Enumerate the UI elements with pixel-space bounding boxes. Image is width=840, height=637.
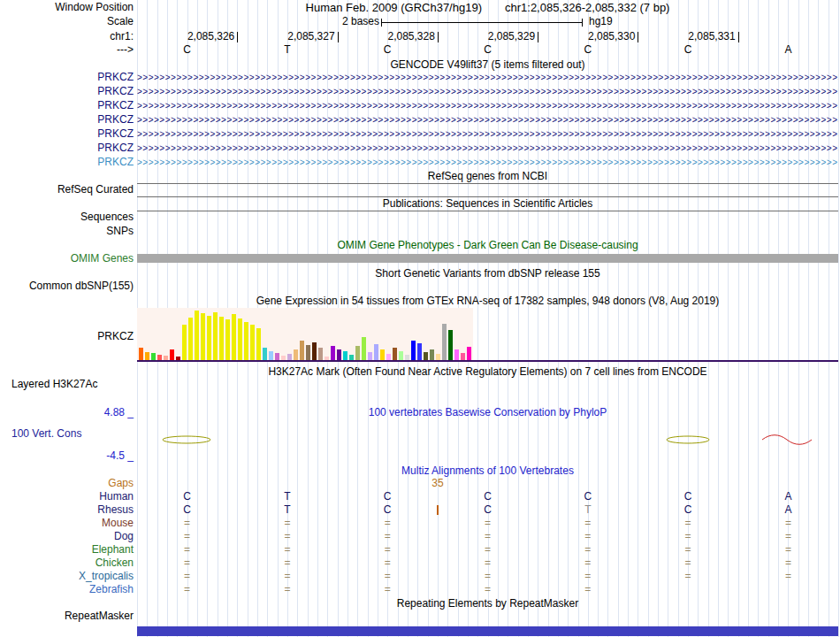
gtex-expression-bar[interactable] — [312, 342, 317, 360]
gtex-expression-bar[interactable] — [355, 346, 360, 360]
dbsnp-heading[interactable]: Short Genetic Variants from dbSNP releas… — [137, 268, 838, 280]
gene-label-prkcz[interactable]: PRKCZ — [0, 142, 134, 154]
gtex-expression-bar[interactable] — [442, 324, 447, 360]
gtex-expression-bar[interactable] — [343, 351, 347, 360]
gene-label-prkcz[interactable]: PRKCZ — [0, 100, 134, 111]
gene-label-prkcz[interactable]: PRKCZ — [0, 72, 134, 83]
multiz-heading[interactable]: Multiz Alignments of 100 Vertebrates — [137, 465, 838, 477]
gtex-expression-bar[interactable] — [201, 313, 205, 360]
species-label-chicken[interactable]: Chicken — [0, 557, 134, 569]
conservation-track-label[interactable]: 100 Vert. Cons — [11, 428, 81, 440]
gtex-expression-bar[interactable] — [195, 311, 199, 360]
alignment-gap-glyph: = — [777, 518, 798, 529]
gene-transcript-arrows[interactable]: >>>>>>>>>>>>>>>>>>>>>>>>>>>>>>>>>>>>>>>>… — [137, 73, 838, 82]
gtex-expression-bar[interactable] — [436, 354, 440, 360]
gene-label-prkcz[interactable]: PRKCZ — [0, 157, 134, 168]
gtex-expression-bar[interactable] — [399, 351, 403, 360]
gtex-expression-bar[interactable] — [225, 319, 230, 360]
repeatmasker-label[interactable]: RepeatMasker — [0, 610, 134, 622]
gtex-expression-bar[interactable] — [362, 337, 366, 360]
alignment-base: C — [177, 504, 198, 516]
gtex-expression-bar[interactable] — [269, 351, 273, 360]
alignment-gap-glyph: = — [477, 544, 499, 556]
gtex-expression-bar[interactable] — [145, 352, 149, 360]
gtex-expression-bar[interactable] — [454, 349, 459, 360]
gene-label-prkcz[interactable]: PRKCZ — [0, 128, 134, 140]
gtex-expression-bar[interactable] — [386, 354, 391, 360]
omim-gene-bar[interactable] — [137, 254, 838, 263]
species-label-zebrafish[interactable]: Zebrafish — [0, 584, 134, 595]
gtex-expression-bar[interactable] — [219, 317, 224, 360]
alignment-gap-glyph: = — [377, 557, 398, 569]
h3k27ac-label[interactable]: Layered H3K27Ac — [11, 379, 97, 390]
gtex-expression-bar[interactable] — [331, 346, 335, 360]
conservation-heading[interactable]: 100 vertebrates Basewise Conservation by… — [137, 407, 838, 418]
repeat-element-bar[interactable] — [137, 626, 838, 636]
h3k27ac-heading[interactable]: H3K27Ac Mark (Often Found Near Active Re… — [137, 366, 838, 378]
species-label-x_tropicalis[interactable]: X_tropicalis — [0, 571, 134, 582]
gtex-expression-bar[interactable] — [250, 325, 255, 360]
gene-label-prkcz[interactable]: PRKCZ — [0, 86, 134, 97]
species-label-dog[interactable]: Dog — [0, 531, 134, 542]
gtex-expression-bar[interactable] — [263, 348, 267, 360]
gtex-expression-bar[interactable] — [188, 318, 193, 360]
gtex-expression-bar[interactable] — [151, 353, 156, 360]
gtex-expression-bar[interactable] — [424, 352, 428, 360]
gtex-expression-bar[interactable] — [467, 347, 471, 360]
refseq-curated-label[interactable]: RefSeq Curated — [0, 184, 134, 196]
gene-transcript-arrows[interactable]: >>>>>>>>>>>>>>>>>>>>>>>>>>>>>>>>>>>>>>>>… — [137, 102, 838, 111]
gtex-expression-bar[interactable] — [244, 322, 248, 360]
gtex-heading[interactable]: Gene Expression in 54 tissues from GTEx … — [137, 295, 838, 307]
gtex-expression-bar[interactable] — [170, 349, 174, 360]
publications-heading[interactable]: Publications: Sequences in Scientific Ar… — [137, 198, 838, 210]
sequences-label[interactable]: Sequences — [0, 211, 134, 223]
dbsnp-label[interactable]: Common dbSNP(155) — [0, 280, 134, 292]
gtex-expression-bar[interactable] — [300, 341, 304, 360]
gtex-expression-bar[interactable] — [275, 353, 279, 360]
alignment-gaps-label[interactable]: Gaps — [0, 478, 134, 489]
gene-transcript-arrows[interactable]: >>>>>>>>>>>>>>>>>>>>>>>>>>>>>>>>>>>>>>>>… — [137, 144, 838, 153]
species-label-mouse[interactable]: Mouse — [0, 518, 134, 529]
gene-label-prkcz[interactable]: PRKCZ — [0, 114, 134, 126]
gtex-expression-bar[interactable] — [337, 349, 341, 360]
gtex-expression-bar[interactable] — [393, 348, 397, 360]
gtex-expression-bar[interactable] — [207, 316, 211, 360]
species-label-elephant[interactable]: Elephant — [0, 544, 134, 556]
alignment-gap-glyph: = — [377, 544, 398, 556]
conservation-min-label: -4.5 _ — [0, 450, 134, 462]
gencode-heading[interactable]: GENCODE V49lift37 (5 items filtered out) — [137, 59, 838, 71]
gtex-expression-bar[interactable] — [430, 349, 434, 360]
gene-transcript-arrows[interactable]: >>>>>>>>>>>>>>>>>>>>>>>>>>>>>>>>>>>>>>>>… — [137, 130, 838, 139]
gtex-expression-bar[interactable] — [380, 349, 385, 360]
repeat-heading[interactable]: Repeating Elements by RepeatMasker — [137, 598, 838, 610]
gtex-expression-bar[interactable] — [238, 318, 242, 360]
conservation-wiggle[interactable] — [137, 432, 838, 448]
refseq-heading[interactable]: RefSeq genes from NCBI — [137, 171, 838, 182]
gtex-expression-bar[interactable] — [139, 348, 143, 360]
gtex-expression-bar[interactable] — [411, 341, 416, 360]
gtex-expression-bar[interactable] — [448, 330, 453, 360]
ruler-tick-label: 2,085,328 — [367, 31, 435, 42]
gtex-expression-bar[interactable] — [461, 353, 465, 360]
gtex-expression-bar[interactable] — [374, 344, 378, 360]
omim-heading[interactable]: OMIM Gene Phenotypes - Dark Green Can Be… — [137, 240, 838, 251]
species-label-rhesus[interactable]: Rhesus — [0, 504, 134, 516]
gtex-expression-bar[interactable] — [417, 343, 422, 360]
gtex-expression-bar[interactable] — [368, 352, 372, 360]
species-label-human[interactable]: Human — [0, 491, 134, 503]
gtex-expression-bar[interactable] — [256, 328, 261, 360]
gtex-expression-bar[interactable] — [306, 345, 310, 360]
gtex-expression-bar[interactable] — [318, 348, 323, 360]
gene-transcript-arrows[interactable]: >>>>>>>>>>>>>>>>>>>>>>>>>>>>>>>>>>>>>>>>… — [137, 88, 838, 96]
gtex-gene-label[interactable]: PRKCZ — [0, 331, 134, 342]
gtex-expression-bar[interactable] — [287, 354, 292, 360]
omim-genes-label[interactable]: OMIM Genes — [0, 253, 134, 265]
gene-transcript-arrows[interactable]: >>>>>>>>>>>>>>>>>>>>>>>>>>>>>>>>>>>>>>>>… — [137, 158, 838, 167]
gtex-expression-bar[interactable] — [294, 349, 298, 360]
snps-label[interactable]: SNPs — [0, 226, 134, 237]
gtex-expression-bar[interactable] — [213, 312, 218, 360]
gene-transcript-arrows[interactable]: >>>>>>>>>>>>>>>>>>>>>>>>>>>>>>>>>>>>>>>>… — [137, 116, 838, 125]
gtex-expression-bar[interactable] — [232, 314, 236, 360]
gtex-expression-bar[interactable] — [182, 325, 187, 360]
alignment-gap-glyph: = — [177, 531, 198, 542]
